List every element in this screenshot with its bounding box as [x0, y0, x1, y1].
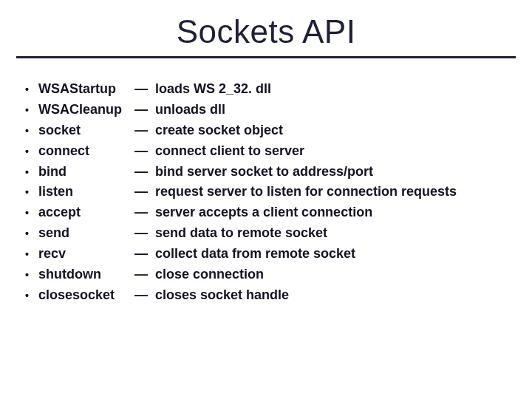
- function-name: socket: [38, 120, 134, 141]
- list-item: • WSAStartup — loads WS 2_32. dll: [25, 79, 517, 100]
- function-desc: request server to listen for connection …: [155, 182, 517, 202]
- bullet-icon: •: [25, 121, 38, 141]
- dash-icon: —: [134, 285, 155, 306]
- bullet-icon: •: [25, 80, 38, 100]
- function-name: shutdown: [38, 265, 134, 285]
- function-desc: collect data from remote socket: [155, 244, 517, 265]
- dash-icon: —: [134, 141, 155, 162]
- function-name: accept: [38, 202, 134, 223]
- title-wrap: Sockets API: [0, 0, 532, 50]
- list-item: • accept — server accepts a client conne…: [25, 202, 517, 223]
- function-name: bind: [38, 162, 134, 183]
- function-name: closesocket: [38, 285, 134, 306]
- dash-icon: —: [134, 162, 155, 183]
- bullet-icon: •: [25, 183, 38, 202]
- function-desc: close connection: [155, 265, 517, 285]
- function-desc: bind server socket to address/port: [155, 162, 517, 183]
- dash-icon: —: [134, 223, 155, 244]
- slide-title: Sockets API: [177, 13, 356, 50]
- dash-icon: —: [134, 79, 155, 100]
- dash-icon: —: [134, 120, 155, 141]
- slide-body: • WSAStartup — loads WS 2_32. dll • WSAC…: [0, 58, 532, 306]
- function-desc: create socket object: [155, 120, 517, 141]
- bullet-icon: •: [25, 224, 38, 244]
- list-item: • closesocket — closes socket handle: [25, 285, 517, 306]
- function-desc: unloads dll: [155, 100, 517, 120]
- list-item: • shutdown — close connection: [25, 265, 517, 285]
- dash-icon: —: [134, 265, 155, 285]
- bullet-icon: •: [25, 286, 38, 306]
- list-item: • bind — bind server socket to address/p…: [25, 162, 517, 183]
- dash-icon: —: [134, 202, 155, 223]
- bullet-icon: •: [25, 203, 38, 223]
- function-name: WSAStartup: [38, 79, 134, 100]
- list-item: • recv — collect data from remote socket: [25, 244, 517, 265]
- dash-icon: —: [134, 244, 155, 265]
- function-name: recv: [38, 244, 134, 265]
- slide: Sockets API • WSAStartup — loads WS 2_32…: [0, 0, 532, 399]
- function-desc: send data to remote socket: [155, 223, 517, 244]
- list-item: • socket — create socket object: [25, 120, 517, 141]
- list-item: • WSACleanup — unloads dll: [25, 100, 517, 120]
- dash-icon: —: [134, 182, 155, 202]
- dash-icon: —: [134, 100, 155, 120]
- list-item: • listen — request server to listen for …: [25, 182, 517, 202]
- function-name: send: [38, 223, 134, 244]
- function-desc: server accepts a client connection: [155, 202, 517, 223]
- function-desc: loads WS 2_32. dll: [155, 79, 517, 100]
- list-item: • send — send data to remote socket: [25, 223, 517, 244]
- bullet-icon: •: [25, 163, 38, 183]
- function-name: WSACleanup: [38, 100, 134, 120]
- list-item: • connect — connect client to server: [25, 141, 517, 162]
- bullet-icon: •: [25, 265, 38, 285]
- function-name: connect: [38, 141, 134, 162]
- function-desc: closes socket handle: [155, 285, 517, 306]
- bullet-icon: •: [25, 100, 38, 120]
- bullet-icon: •: [25, 245, 38, 265]
- bullet-icon: •: [25, 142, 38, 162]
- function-name: listen: [38, 182, 134, 202]
- function-desc: connect client to server: [155, 141, 517, 162]
